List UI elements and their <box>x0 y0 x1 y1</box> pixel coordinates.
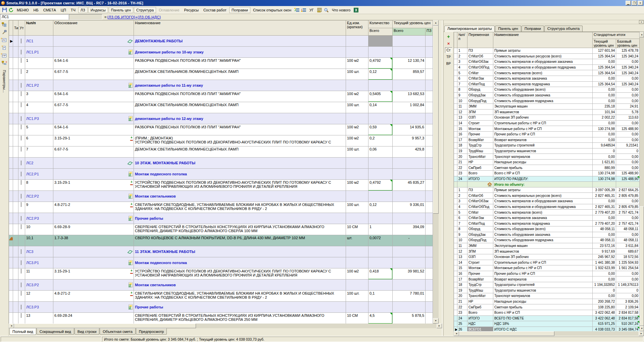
ut-cell[interactable] <box>18 36 25 47</box>
row-marker-cell[interactable] <box>454 265 457 271</box>
num-cell[interactable]: 20 <box>457 154 467 160</box>
basis-cell[interactable]: 6.69-28-9 <box>53 224 134 235</box>
current-total-cell[interactable] <box>393 80 426 91</box>
name-cell[interactable]: РАЗБОРКА ПОДВЕСНЫХ ПОТОЛКОВ ИЗ ПЛИТ "АКМ… <box>134 124 346 135</box>
variable-cell[interactable]: ТранспМат <box>467 293 493 299</box>
row-checkbox[interactable] <box>21 58 21 63</box>
ut-cell[interactable] <box>18 235 25 246</box>
unit-cell[interactable] <box>346 113 368 124</box>
row-checkbox[interactable] <box>21 291 21 296</box>
unit-cell[interactable] <box>346 280 368 291</box>
num-cell[interactable]: 10,1 <box>25 235 53 246</box>
row-checkbox[interactable] <box>21 224 21 229</box>
base-value-cell[interactable]: 3 611,84 <box>616 243 640 249</box>
unit-cell[interactable]: 100 шт. <box>346 102 368 113</box>
view-tab-вид-строки[interactable]: Вид строки <box>75 328 100 335</box>
num-cell[interactable]: ЛС3.Р2 <box>25 280 53 291</box>
base-value-cell[interactable]: 0,00 <box>616 87 640 93</box>
pz-cell[interactable] <box>426 58 433 69</box>
basis-cell[interactable]: P <box>53 113 134 124</box>
base-value-cell[interactable]: 0,00 <box>616 92 640 98</box>
base-value-cell[interactable]: 0,00 <box>616 199 640 204</box>
ut-cell[interactable] <box>18 91 25 102</box>
ti-cell[interactable] <box>13 69 18 80</box>
name-cell[interactable]: Трудозатраты строителей <box>493 282 593 288</box>
current-total-cell[interactable]: 14 935,6 <box>393 124 426 135</box>
qty-cell[interactable] <box>368 36 393 47</box>
base-value-cell[interactable]: 48 058,11 <box>616 238 640 243</box>
ti-cell[interactable] <box>13 158 18 169</box>
basis-cell[interactable]: P <box>53 169 134 180</box>
num-cell[interactable]: 12 <box>25 291 53 302</box>
formula-input[interactable]: = {ЛЗ.ОБ.ИТОГО}+{ЛЗ.ОБ.НДС} <box>102 14 644 20</box>
menu-item-уг[interactable]: УГ <box>307 7 316 13</box>
num-cell[interactable]: 10 <box>457 98 467 104</box>
base-value-cell[interactable]: 18 572,56 <box>616 254 640 260</box>
variable-cell[interactable]: Прочие <box>467 131 493 137</box>
row-checkbox[interactable] <box>21 116 21 121</box>
current-total-cell[interactable] <box>393 246 426 257</box>
basis-cell[interactable]: 6.67-7-5 <box>53 146 134 158</box>
qty-cell[interactable]: 0,2 <box>368 135 393 146</box>
num-cell[interactable]: 5 <box>25 124 53 135</box>
menu-item-что-нового[interactable]: Что нового <box>330 7 352 13</box>
current-value-cell[interactable]: 0,00 <box>593 137 616 143</box>
num-cell[interactable]: 2 <box>457 53 467 59</box>
unit-cell[interactable] <box>346 158 368 169</box>
row-marker-cell[interactable] <box>9 58 13 69</box>
num-cell[interactable]: 11 <box>457 103 467 109</box>
name-cell[interactable]: ДЕМОНТАЖНЫЕ РАБОТЫ <box>134 36 346 47</box>
base-value-cell[interactable]: 125 340,24 <box>616 81 640 87</box>
num-cell[interactable]: 1 <box>457 187 467 193</box>
qty-cell[interactable]: 1 <box>368 224 393 235</box>
ti-cell[interactable] <box>13 146 18 158</box>
row-marker-cell[interactable] <box>454 81 457 87</box>
num-cell[interactable]: 2 <box>25 69 53 80</box>
name-cell[interactable]: (ПРИМ.: ДЕМОНТАЖ) УСТРОЙСТВО ПОДВЕСНЫХ П… <box>134 135 346 146</box>
pz-cell[interactable] <box>426 47 433 58</box>
pz-cell[interactable] <box>426 69 433 80</box>
variable-cell[interactable]: ОборудЗак <box>467 92 493 98</box>
current-value-cell[interactable]: 0,00 <box>593 154 616 160</box>
num-cell[interactable]: 25 <box>457 321 467 327</box>
num-cell[interactable]: 17 <box>457 137 467 143</box>
name-cell[interactable]: Основная ЗП рабочих <box>493 115 593 121</box>
ti-cell[interactable] <box>13 58 18 69</box>
column-header-ut[interactable]: Ут <box>18 20 25 36</box>
name-cell[interactable]: Прочие работы <box>134 213 346 224</box>
row-checkbox[interactable] <box>21 216 21 221</box>
num-cell[interactable]: 15 <box>457 265 467 271</box>
pz-cell[interactable] <box>426 257 433 268</box>
qty-cell[interactable]: 0,59 <box>368 124 393 135</box>
num-cell[interactable]: 6 <box>457 76 467 81</box>
row-marker-cell[interactable] <box>9 146 13 158</box>
basis-cell[interactable]: P <box>53 280 134 291</box>
variable-cell[interactable]: СтМатПод <box>467 81 493 87</box>
current-total-cell[interactable] <box>393 213 426 224</box>
base-value-cell[interactable]: 3 836,26 <box>616 299 640 304</box>
basis-cell[interactable]: 6.69-28-24 <box>53 313 134 324</box>
num-cell[interactable]: 1 <box>25 58 53 69</box>
base-value-cell[interactable]: 125 340,24 <box>616 70 640 76</box>
row-marker-cell[interactable] <box>454 310 457 315</box>
num-cell[interactable]: ЛС1.Р3 <box>25 113 53 124</box>
row-marker-cell[interactable] <box>454 176 457 182</box>
current-value-cell[interactable]: 0,00 <box>593 98 616 104</box>
current-total-cell[interactable]: 45 835,27 <box>393 180 426 191</box>
pz-cell[interactable] <box>426 124 433 135</box>
row-marker-cell[interactable] <box>9 102 13 113</box>
row-marker-cell[interactable] <box>454 249 457 254</box>
base-value-cell[interactable]: 0,00 <box>616 154 640 160</box>
current-value-cell[interactable]: 0,00 <box>593 293 616 299</box>
current-total-cell[interactable]: 12 130,74 <box>393 58 426 69</box>
remove-resource-icon[interactable]: ▬ <box>130 139 133 141</box>
base-value-cell[interactable]: 2 805 479,85 <box>616 204 640 210</box>
current-total-cell[interactable]: 13 682,53 <box>393 91 426 102</box>
num-cell[interactable]: 4 <box>25 102 53 113</box>
ut-cell[interactable] <box>18 280 25 291</box>
row-marker-cell[interactable] <box>9 180 13 191</box>
name-cell[interactable]: Транспорт материалов <box>493 154 593 160</box>
menu-item-смета[interactable]: СМЕТА <box>41 7 58 13</box>
current-value-cell[interactable]: 108 225,80 <box>593 304 616 310</box>
ut-cell[interactable] <box>18 202 25 213</box>
